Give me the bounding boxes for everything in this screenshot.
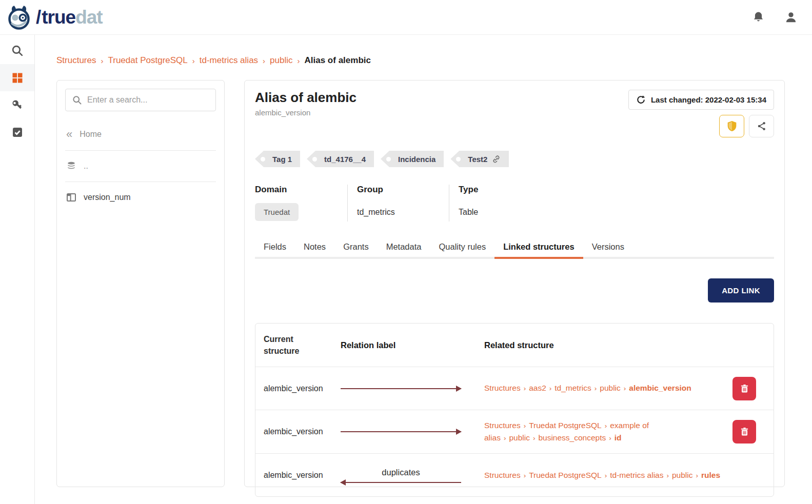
related-structure-cell: Structures›Truedat PostgreSQL›example of… bbox=[484, 419, 732, 444]
path-separator: › bbox=[624, 385, 626, 392]
breadcrumb-link[interactable]: Truedat PostgreSQL bbox=[108, 55, 187, 66]
tab-versions[interactable]: Versions bbox=[583, 237, 633, 259]
add-link-button[interactable]: ADD LINK bbox=[708, 278, 774, 303]
search-icon bbox=[72, 95, 82, 105]
link-icon bbox=[492, 155, 501, 164]
tag-label: td_4176__4 bbox=[324, 155, 366, 164]
path-separator: › bbox=[605, 422, 607, 430]
attributes-section: DomainTruedatGrouptd_metricsTypeTable bbox=[255, 185, 774, 221]
page-title: Alias of alembic bbox=[255, 90, 357, 106]
user-menu-button[interactable] bbox=[784, 11, 798, 24]
attribute-label: Group bbox=[357, 185, 433, 195]
related-structure-link[interactable]: Structures bbox=[484, 471, 521, 479]
rail-item-permissions[interactable] bbox=[0, 91, 34, 118]
tab-metadata[interactable]: Metadata bbox=[378, 237, 430, 259]
icon-rail bbox=[0, 35, 35, 504]
tag-chip[interactable]: Tag 1 bbox=[255, 151, 300, 167]
attribute-label: Domain bbox=[255, 185, 332, 195]
notifications-button[interactable] bbox=[752, 11, 765, 24]
parent-structure-label: .. bbox=[84, 162, 88, 171]
relation-cell bbox=[341, 431, 461, 432]
related-structure-target[interactable]: alembic_version bbox=[629, 384, 691, 392]
database-icon bbox=[66, 161, 76, 171]
current-structure-cell: alembic_version bbox=[264, 471, 341, 480]
attribute-value: Table bbox=[459, 203, 478, 221]
related-structure-link[interactable]: td_metrics bbox=[554, 384, 591, 392]
relation-label: duplicates bbox=[341, 468, 461, 477]
logo-dat: dat bbox=[75, 7, 103, 28]
delete-link-button[interactable] bbox=[732, 420, 756, 443]
related-structure-link[interactable]: Truedat PostgreSQL bbox=[529, 471, 602, 479]
related-structure-link[interactable]: business_concepts bbox=[538, 433, 606, 442]
related-structure-target[interactable]: id bbox=[615, 433, 622, 442]
table-column-icon bbox=[66, 192, 76, 203]
path-separator: › bbox=[549, 385, 552, 392]
tab-bar: FieldsNotesGrantsMetadataQuality rulesLi… bbox=[255, 237, 774, 259]
search-box bbox=[65, 89, 216, 111]
field-item-version-num[interactable]: version_num bbox=[57, 183, 224, 212]
col-header-related: Related structure bbox=[484, 340, 732, 350]
table-header-row: Current structure Relation label Related… bbox=[255, 324, 774, 367]
related-structure-link[interactable]: Structures bbox=[484, 384, 521, 392]
attribute-value[interactable]: Truedat bbox=[255, 203, 299, 221]
tag-chip[interactable]: td_4176__4 bbox=[307, 151, 374, 167]
path-separator: › bbox=[524, 472, 526, 479]
related-structure-target[interactable]: rules bbox=[701, 471, 720, 479]
related-structure-link[interactable]: aas2 bbox=[529, 384, 546, 392]
related-structure-link[interactable]: public bbox=[672, 471, 693, 479]
search-icon bbox=[11, 44, 24, 57]
breadcrumb-separator: › bbox=[298, 56, 300, 65]
related-structure-link[interactable]: Structures bbox=[484, 421, 521, 430]
tag-list: Tag 1td_4176__4IncidenciaTest2 bbox=[255, 151, 774, 167]
breadcrumb: Structures›Truedat PostgreSQL›td-metrics… bbox=[56, 55, 785, 66]
double-chevron-left-icon: « bbox=[66, 129, 72, 140]
table-row: alembic_versionStructures›aas2›td_metric… bbox=[255, 367, 774, 410]
structure-nav-panel: « Home .. bbox=[56, 80, 225, 487]
tab-fields[interactable]: Fields bbox=[255, 237, 295, 259]
rail-item-structures[interactable] bbox=[0, 64, 34, 91]
relation-cell: duplicates bbox=[341, 468, 461, 483]
relation-cell bbox=[341, 388, 461, 389]
breadcrumb-link[interactable]: td-metrics alias bbox=[200, 55, 258, 66]
page-subtitle: alembic_version bbox=[255, 108, 357, 117]
search-input[interactable] bbox=[87, 95, 209, 105]
related-structure-link[interactable]: public bbox=[600, 384, 621, 392]
related-structure-cell: Structures›aas2›td_metrics›public›alembi… bbox=[484, 382, 732, 394]
delete-link-button[interactable] bbox=[732, 377, 756, 400]
relation-arrow-left bbox=[341, 482, 461, 483]
tab-notes[interactable]: Notes bbox=[295, 237, 334, 259]
parent-structure-item[interactable]: .. bbox=[57, 152, 224, 180]
tab-quality-rules[interactable]: Quality rules bbox=[430, 237, 494, 259]
home-link[interactable]: « Home bbox=[57, 119, 224, 149]
path-separator: › bbox=[524, 422, 526, 430]
protected-button[interactable] bbox=[719, 115, 744, 137]
breadcrumb-link[interactable]: Structures bbox=[56, 55, 96, 66]
attribute-domain: DomainTruedat bbox=[255, 185, 347, 221]
related-structure-link[interactable]: public bbox=[509, 433, 530, 442]
col-header-relation: Relation label bbox=[341, 340, 484, 350]
tab-grants[interactable]: Grants bbox=[334, 237, 378, 259]
breadcrumb-link[interactable]: public bbox=[270, 55, 292, 66]
shield-icon bbox=[727, 120, 737, 132]
col-header-current: Current structure bbox=[264, 333, 325, 357]
divider bbox=[65, 182, 216, 182]
tag-label: Tag 1 bbox=[272, 155, 292, 164]
top-bar: /truedat bbox=[0, 0, 812, 35]
tab-linked-structures[interactable]: Linked structures bbox=[494, 237, 583, 259]
related-structure-link[interactable]: td-metrics alias bbox=[610, 471, 663, 479]
divider bbox=[65, 150, 216, 151]
rail-item-search[interactable] bbox=[0, 37, 34, 64]
row-actions bbox=[732, 420, 774, 443]
linked-structures-table: Current structure Relation label Related… bbox=[255, 323, 774, 497]
tag-chip[interactable]: Test2 bbox=[450, 151, 509, 167]
structure-detail-card: Alias of alembic alembic_version Last ch… bbox=[244, 80, 785, 487]
share-button[interactable] bbox=[749, 115, 774, 137]
rail-item-rules[interactable] bbox=[0, 118, 34, 146]
breadcrumb-separator: › bbox=[101, 56, 103, 65]
relation-arrow-right bbox=[341, 388, 461, 389]
check-square-icon bbox=[11, 126, 24, 138]
related-structure-link[interactable]: Truedat PostgreSQL bbox=[529, 421, 602, 430]
tag-chip[interactable]: Incidencia bbox=[381, 151, 444, 167]
attribute-group: Grouptd_metrics bbox=[347, 185, 449, 221]
last-changed-button[interactable]: Last changed: 2022-02-03 15:34 bbox=[628, 90, 774, 110]
